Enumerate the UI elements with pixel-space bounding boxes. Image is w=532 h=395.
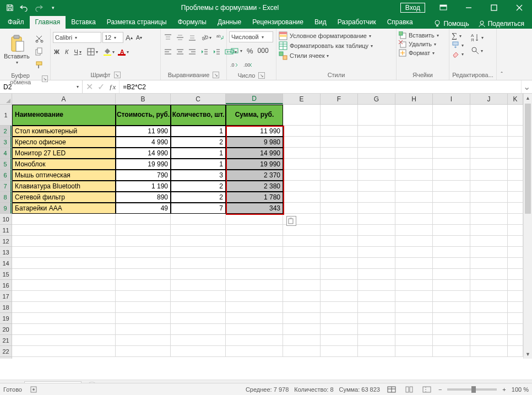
cell[interactable] (321, 203, 358, 214)
cell[interactable] (358, 313, 395, 324)
cell[interactable] (470, 280, 508, 291)
cell[interactable] (358, 192, 395, 203)
cell[interactable] (433, 181, 470, 192)
cell[interactable] (358, 335, 395, 346)
cell[interactable] (358, 225, 395, 236)
cell[interactable] (321, 159, 358, 170)
maximize-icon[interactable] (481, 0, 507, 15)
col-header[interactable]: H (395, 94, 433, 104)
zoom-level[interactable]: 100 % (512, 386, 529, 393)
col-header[interactable]: G (358, 94, 395, 104)
cell[interactable] (395, 192, 433, 203)
qat-customize-icon[interactable]: ▾ (46, 1, 59, 14)
row-header[interactable]: 5 (0, 159, 12, 170)
cell[interactable] (226, 247, 283, 258)
cell[interactable] (358, 159, 395, 170)
cell[interactable] (226, 280, 283, 291)
cell[interactable] (226, 269, 283, 280)
row-header[interactable]: 11 (0, 225, 12, 236)
cell[interactable] (433, 225, 470, 236)
cell[interactable]: 3 (171, 170, 226, 181)
zoom-out-icon[interactable]: − (438, 386, 442, 393)
cell[interactable] (433, 203, 470, 214)
cell[interactable] (116, 291, 171, 302)
cell[interactable] (226, 258, 283, 269)
increase-font-icon[interactable]: A▴ (124, 31, 134, 44)
row-header[interactable]: 21 (0, 335, 12, 346)
cell[interactable] (116, 335, 171, 346)
cell[interactable] (508, 105, 523, 126)
cell[interactable] (433, 214, 470, 225)
cell[interactable] (321, 148, 358, 159)
cell[interactable] (470, 225, 508, 236)
cell[interactable] (508, 313, 523, 324)
cell[interactable]: Моноблок (12, 159, 116, 170)
cell[interactable] (470, 137, 508, 148)
cell[interactable] (226, 346, 283, 357)
cell[interactable] (321, 313, 358, 324)
collapse-ribbon-icon[interactable]: ˆ (497, 29, 507, 80)
cell[interactable]: 49 (116, 203, 171, 214)
cell[interactable] (358, 203, 395, 214)
cell[interactable] (433, 269, 470, 280)
cell[interactable] (116, 313, 171, 324)
cell[interactable] (283, 313, 321, 324)
cell[interactable] (358, 126, 395, 137)
cell[interactable] (116, 346, 171, 357)
sign-in-button[interactable]: Вход (400, 3, 425, 13)
cell[interactable] (433, 170, 470, 181)
cell[interactable] (321, 346, 358, 357)
cell[interactable] (395, 302, 433, 313)
cell[interactable] (508, 170, 523, 181)
row-header[interactable]: 2 (0, 126, 12, 137)
vertical-scrollbar[interactable]: ▲ ▼ (523, 94, 532, 359)
tell-me[interactable]: Помощь (430, 19, 472, 29)
row-header[interactable]: 7 (0, 181, 12, 192)
cell[interactable] (433, 335, 470, 346)
cell[interactable] (171, 302, 226, 313)
cell[interactable] (508, 335, 523, 346)
bold-icon[interactable]: Ж (53, 46, 61, 58)
cell[interactable] (12, 324, 116, 335)
font-size-combo[interactable]: 12▾ (102, 32, 123, 43)
cell[interactable] (283, 280, 321, 291)
cell[interactable] (433, 105, 470, 126)
cell[interactable] (116, 324, 171, 335)
scroll-down-icon[interactable]: ▼ (524, 350, 532, 359)
sort-filter-icon[interactable]: AЯ▾ (469, 31, 485, 44)
row-header[interactable]: 20 (0, 324, 12, 335)
cell[interactable]: 14 990 (116, 148, 171, 159)
cell[interactable] (433, 291, 470, 302)
cell[interactable] (171, 291, 226, 302)
cell[interactable] (395, 324, 433, 335)
macro-record-icon[interactable] (30, 386, 37, 393)
cell[interactable] (171, 214, 226, 225)
cell[interactable] (321, 247, 358, 258)
accounting-icon[interactable]: $▾ (229, 45, 243, 57)
col-header[interactable]: F (321, 94, 358, 104)
cell[interactable] (283, 225, 321, 236)
cell[interactable] (116, 258, 171, 269)
cell[interactable] (12, 302, 116, 313)
cell[interactable] (470, 148, 508, 159)
cell[interactable]: Кресло офисное (12, 137, 116, 148)
format-as-table-button[interactable]: Форматировать как таблицу▾ (279, 41, 373, 50)
cell[interactable] (508, 159, 523, 170)
cell[interactable]: Сетевой фильтр (12, 192, 116, 203)
cell[interactable] (395, 335, 433, 346)
cell[interactable] (508, 291, 523, 302)
col-header[interactable]: C (171, 94, 226, 104)
cell[interactable] (470, 324, 508, 335)
tab-home[interactable]: Главная (30, 16, 66, 29)
cell[interactable] (508, 137, 523, 148)
row-header[interactable]: 12 (0, 236, 12, 247)
cell[interactable] (283, 126, 321, 137)
insert-cells-button[interactable]: Вставить▾ (399, 31, 439, 39)
cell-styles-button[interactable]: Стили ячеек▾ (279, 51, 329, 60)
launcher-font[interactable]: ↘ (114, 72, 121, 78)
align-bottom-icon[interactable] (187, 31, 197, 44)
cell[interactable]: 1 (171, 126, 226, 137)
cell[interactable] (226, 214, 283, 225)
cell[interactable]: Клавиатура Bluetooth (12, 181, 116, 192)
cell[interactable] (226, 291, 283, 302)
